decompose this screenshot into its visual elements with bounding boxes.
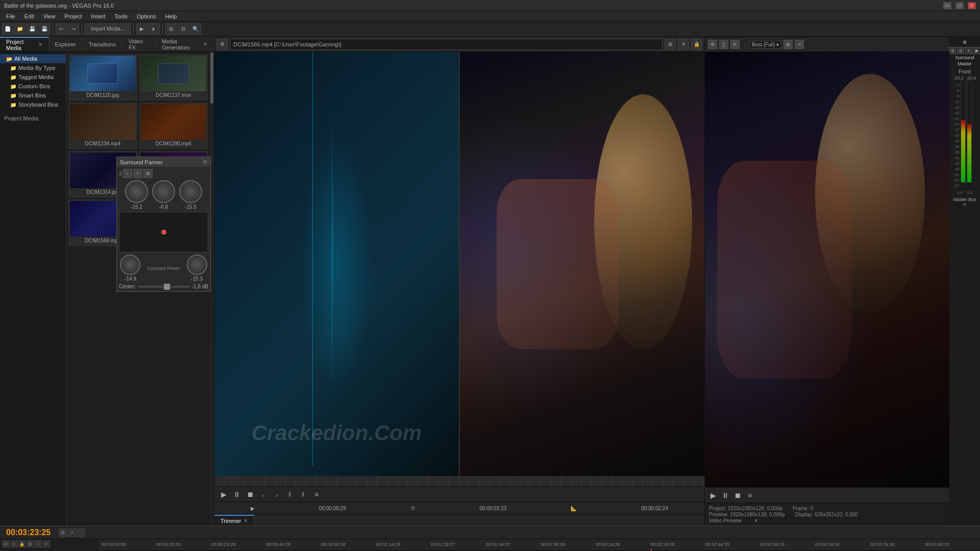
surround-knob-3-control[interactable] [179,180,202,203]
rp-fx-btn[interactable]: fx [730,40,740,49]
trimmer-tab-close[interactable]: ✕ [243,518,248,523]
tc-v1-mute[interactable]: M [2,540,9,547]
tc-v1-lock[interactable]: 🔒 [18,540,26,547]
sc-42: -42 [953,156,960,160]
transport-next-frame[interactable]: ⟫ [298,489,308,499]
media-scroll-thumb[interactable] [210,53,213,104]
close-button[interactable]: ✕ [968,2,976,9]
transport-stop[interactable]: ⏹ [245,489,255,499]
tab-explorer[interactable]: Explorer [49,37,83,52]
snap-button[interactable]: ⊞ [165,23,177,35]
video-preview-close[interactable]: ✕ [754,518,758,523]
surround-bottom-knob-2[interactable] [187,255,207,275]
transport-menu[interactable]: ≡ [311,489,322,499]
transport-trim-out[interactable]: ⌟ [272,489,282,499]
surround-knob-2-control[interactable] [152,180,175,203]
tc-v1-composite[interactable]: ⊞ [27,540,34,547]
save-button[interactable]: 💾 [27,23,38,35]
tree-smart-bins[interactable]: 📁 Smart Bins [0,91,66,100]
rp-more-btn[interactable]: ≡ [795,40,804,49]
rp-play-btn[interactable]: ▶ [708,490,718,500]
menu-project[interactable]: Project [60,12,86,20]
sm-num-left: 0.0 [957,190,963,195]
rp-quality-select[interactable]: Best (Full) ▾ [749,41,781,48]
surround-btn-1[interactable]: ↕ [123,169,132,178]
tab-media-generators-close[interactable]: ✕ [203,41,207,47]
sm-icon-2[interactable]: ⊟ [957,47,964,54]
sm-icon-4[interactable]: ▶ [973,47,980,54]
surround-position-dot[interactable] [161,230,166,235]
tab-project-media-close[interactable]: ✕ [38,42,42,47]
ruler-2: 00:00:29:29 [211,542,236,547]
transport-trim-in[interactable]: ⌞ [258,489,268,499]
rp-settings-btn[interactable]: ⚙ [708,40,717,49]
import-button[interactable]: Import Media... [85,23,131,35]
menu-view[interactable]: View [39,12,60,20]
rp-calc-btn[interactable]: ∑ [719,40,728,49]
center-lock-btn[interactable]: 🔒 [691,39,702,50]
tl-expand[interactable]: + [68,529,76,537]
minimize-button[interactable]: — [943,2,951,9]
media-thumb-3[interactable]: DCIM1290.mp4 [139,103,208,149]
tc-v1-menu[interactable]: ≡ [43,540,50,547]
tc-v1-solo[interactable]: S [10,540,17,547]
media-thumb-1[interactable]: DCIM1137.mov [139,54,208,101]
tree-media-by-type[interactable]: 📁 Media By Type [0,63,66,72]
trimmer-tab[interactable]: Trimmer ✕ [214,515,254,525]
tab-transitions[interactable]: Transitions [83,37,122,52]
maximize-button[interactable]: □ [955,2,964,9]
surround-center-slider[interactable] [138,286,190,288]
media-thumb-2[interactable]: DCIM1234.mp4 [68,103,137,149]
preview-timecodes: ▶ 00:00:00:29 ⏱ 00:00:03:23 📐 00:00:02:2… [214,502,704,514]
surround-bottom-knob-1[interactable] [120,255,140,275]
rp-pause-btn[interactable]: ⏸ [720,490,730,500]
surround-btn-3[interactable]: ⊞ [143,169,153,178]
play-button[interactable]: ⏵ [149,23,160,35]
sm-icon-1[interactable]: ⊞ [949,47,956,54]
surround-center-slider-thumb[interactable] [164,284,170,290]
media-thumb-0[interactable]: DCIM1120.jpg [68,54,137,101]
render-button[interactable]: ▶ [136,23,148,35]
menu-edit[interactable]: Edit [20,12,38,20]
sc-36: -36 [953,144,960,149]
surround-area[interactable] [119,212,208,253]
tl-collapse[interactable]: - [77,529,85,537]
grid-button[interactable]: ⊟ [178,23,189,35]
menu-tools[interactable]: Tools [110,12,132,20]
redo-button[interactable]: ↪ [68,23,79,35]
new-button[interactable]: 📄 [2,23,13,35]
menu-help[interactable]: Help [161,12,181,20]
sm-settings-btn[interactable]: ⚙ [963,40,967,45]
rp-stop-btn[interactable]: ⏹ [732,490,743,500]
master-bus-close[interactable]: ✕ [963,202,967,207]
menu-file[interactable]: File [2,12,19,20]
menu-options[interactable]: Options [133,12,160,20]
center-grid-btn[interactable]: ⊞ [665,39,676,50]
tab-project-media[interactable]: Project Media ✕ [0,37,49,52]
sm-icon-3[interactable]: ≡ [965,47,972,54]
surround-knob-1-control[interactable] [125,180,148,203]
surround-panner-header[interactable]: Surround Panner ✕ [117,157,210,167]
tree-storyboard-bins[interactable]: 📁 Storyboard Bins [0,100,66,109]
transport-play[interactable]: ▶ [218,489,229,499]
tree-custom-bins[interactable]: 📁 Custom Bins [0,82,66,91]
tree-all-media[interactable]: 📂 All Media [0,54,66,63]
tl-scroll-left[interactable]: ⊟ [59,529,67,537]
menu-insert[interactable]: Insert [87,12,110,20]
zoom-button[interactable]: 🔍 [190,23,201,35]
center-close-btn[interactable]: ✕ [678,39,689,50]
rp-grid-btn[interactable]: ⊞ [783,40,793,49]
transport-pause[interactable]: ⏸ [232,489,242,499]
surround-btn-2[interactable]: + [133,169,142,178]
surround-panner-close[interactable]: ✕ [203,159,207,165]
tc-v1-add[interactable]: + [35,540,42,547]
tree-tagged-media[interactable]: 📁 Tagged Media [0,72,66,82]
open-button[interactable]: 📁 [14,23,26,35]
tab-video-fx[interactable]: Video FX [122,37,156,52]
transport-prev-frame[interactable]: ⟪ [285,489,295,499]
undo-button[interactable]: ↩ [56,23,67,35]
tab-media-generators[interactable]: Media Generators ✕ [156,37,214,52]
rp-menu-btn[interactable]: ≡ [745,490,755,500]
save-as-button[interactable]: 💾 [39,23,50,35]
center-settings-btn[interactable]: ⚙ [216,39,228,50]
